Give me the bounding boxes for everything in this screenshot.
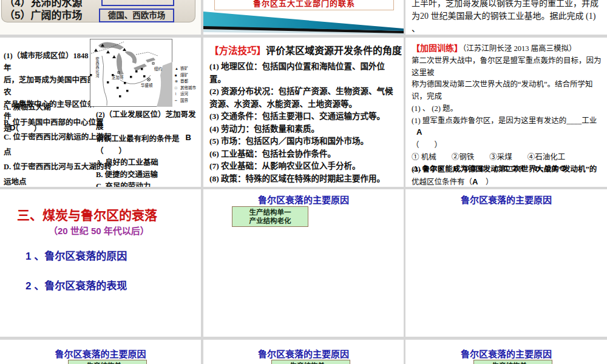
section-subtitle: （20 世纪 50 年代以后） [49,224,149,237]
cause-box: 生产结构单一 [473,360,552,364]
slide-thumbnail-6[interactable]: 【加固训练】（江苏江阴长泾 2013 届高三模拟） 第二次世界大战中，鲁尔区是盟… [405,38,607,187]
slide-thumbnail-7[interactable]: 三、煤炭与鲁尔区的衰落 （20 世纪 50 年代以后） 1 、鲁尔区衰落的原因 … [0,189,201,337]
training-tag: 【加固训练】 [412,44,463,53]
option: B. 便捷的交通运输 [96,169,201,181]
answer-mark-a: A [416,127,422,136]
slide-thumbnail-11[interactable]: 鲁尔区衰落的主要原因 生产结构单一 [203,340,404,364]
list-item: (3) 交通条件：包括主要港口、交通运输方式等。 [209,110,400,123]
slide-title: 鲁尔区五大工业部门的联系 [253,0,355,8]
method-list: (1) 地理区位：包括国内位置和海陆位置、国外位置。 (2) 资源分布状况：包括… [209,61,400,185]
slide-thumbnail-9[interactable]: 鲁尔区衰落的主要原因 [405,189,607,337]
map-label-chicago: 芝加哥 [112,75,124,79]
method-heading: 【方法技巧】评价某区域资源开发条件的角度 [209,42,402,57]
answer-box-cut [101,0,174,6]
question-2: (2)（工业发展区位）芝加哥发展 钢铁工业最有利的条件是B （ ） A. 良好的… [96,109,201,187]
slide-thumbnail-1[interactable]: （4）充沛的水源 （5）广阔的市场 德国、西欧市场 [0,0,201,35]
intro-line: 称为德国发动第二次世界大战的“发动机”。结合所学知识，完成 [412,79,605,103]
option: A. 良好的工业基础 [96,157,201,169]
iron-ore-icon: ▲ [175,66,180,72]
list-item: (7) 农业基础：从影响农业区位入手分析。 [209,160,400,173]
slide-thumbnail-12[interactable]: 鲁尔区衰落的主要原因 生产结构单一 [405,340,607,364]
cause-box: 生产结构单一 产业结构老化 [232,206,308,227]
list-item: (8) 政策：特殊的区域在特殊的时期起主要作用。 [209,173,400,186]
coal-icon: ■ [175,72,180,79]
map-label-washington: 华盛顿 [141,83,153,87]
question-2-continued: 优越区位条件有（A ） [412,176,605,187]
exam-source: （江苏江阴长泾 2013 届高三模拟） [463,44,577,53]
list-item: (4) 劳动力：包括数量和素质。 [209,123,400,136]
slide-thumbnail-8[interactable]: 鲁尔区衰落的主要原因 生产结构单一 产业结构老化 [203,189,404,337]
intro-line: 第二次世界大战中，鲁尔区是盟军重点轰炸的目标，因为这里被 [412,55,605,79]
list-item: (5) 市场：包括区内／国内市场和国外市场。 [209,135,400,148]
question-2-garbled-line: (2) 鲁尔区能成为德国发动第二次世界大战的“发动机”的 A.②③④ B.①③④… [412,164,605,176]
slide-title: 鲁尔区衰落的主要原因 [405,193,607,206]
map-legend: ▲铁矿 ■煤矿 ⊗首都 □其他城市 ⌇运河 ┅国界 [175,66,196,104]
slide-thumbnail-5[interactable]: 【方法技巧】评价某区域资源开发条件的角度 (1) 地理区位：包括国内位置和海陆位… [203,38,404,187]
list-item: (2) 资源分布状况：包括矿产资源、生物资源、气候资源、水资源、水能资源、土地资… [209,86,400,110]
outline-item-2: 2 、鲁尔区衰落的表现 [25,277,127,292]
list-item: (6) 工业基础：包括社会协作条件。 [209,148,400,161]
cause-box: 生产结构单一 [68,360,147,364]
border-icon: ┅ [175,98,180,104]
city-icon: □ [175,85,180,92]
us-midwest-map: 芝加哥 华盛顿 纽约 密西西比河 ▲铁矿 ■煤矿 ⊗首都 □其他城市 ⌇运河 ┅… [90,39,200,107]
method-tag: 【方法技巧】 [209,46,266,56]
slide-title: 鲁尔区衰落的主要原因 [405,347,607,360]
answer-mark-b: B [186,133,191,142]
list-item: (1) 地理区位：包括国内位置和海陆位置、国外位置。 [209,61,400,86]
slide-title: 鲁尔区衰落的主要原因 [203,193,404,206]
text-line: 为20 世纪美国最大的钢铁工业基地。据此完成 (1) 、 [412,10,603,35]
canal-icon: ⌇ [175,91,180,98]
slide-thumbnail-2[interactable]: 鲁尔区五大工业部门的联系 [203,0,404,35]
cause-box: 生产结构单一 [271,360,350,364]
slide-title: 鲁尔区衰落的主要原因 [203,347,404,360]
intro-line: (1) 、 (2) 题。 [412,103,605,115]
slide-thumbnail-3[interactable]: 上半叶，芝加哥发展以钢铁为主导的重工业，并成 为20 世纪美国最大的钢铁工业基地… [405,0,607,35]
slide-title: 鲁尔区衰落的主要原因 [0,347,201,360]
teal-swoosh-graphic [203,10,404,35]
slide-thumbnail-10[interactable]: 鲁尔区衰落的主要原因 生产结构单一 [0,340,201,364]
map-label-newyork: 纽约 [154,67,162,71]
outline-item-1: 1 、鲁尔区衰落的原因 [25,248,127,263]
text-line: 上半叶，芝加哥发展以钢铁为主导的重工业，并成 [412,0,603,10]
option: C. 充足的劳动力 [96,181,201,187]
answer-box-markets: 德国、西欧市场 [99,8,174,22]
capital-icon: ⊗ [175,78,180,85]
slide-thumbnail-4[interactable]: (1)（城市形成区位）1848 年 后，芝加哥成为美国中西部农 产品集散中心的主… [0,38,201,187]
slide-title-box: 鲁尔区五大工业部门的联系 [214,0,394,10]
question-1: (1) 盟军重点轰炸鲁尔区，是因为这里有发达的____工业A [412,115,605,140]
section-title: 三、煤炭与鲁尔区的衰落 [17,205,157,223]
advantage-item-5: （5）广阔的市场 [4,7,82,22]
training-block: 【加固训练】（江苏江阴长泾 2013 届高三模拟） 第二次世界大战中，鲁尔区是盟… [412,42,605,187]
overlapped-answer-ghost: A.②③④ B.①③④ C.①②④ D.①②③ [413,163,567,175]
question-1-choices: ① 机械 ②钢铁 ③采煤 ④石油化工 [412,152,605,164]
answer-mark-a2: A [472,177,478,186]
map-label-mississippi: 密西西比河 [95,57,100,78]
map-image [90,39,172,107]
